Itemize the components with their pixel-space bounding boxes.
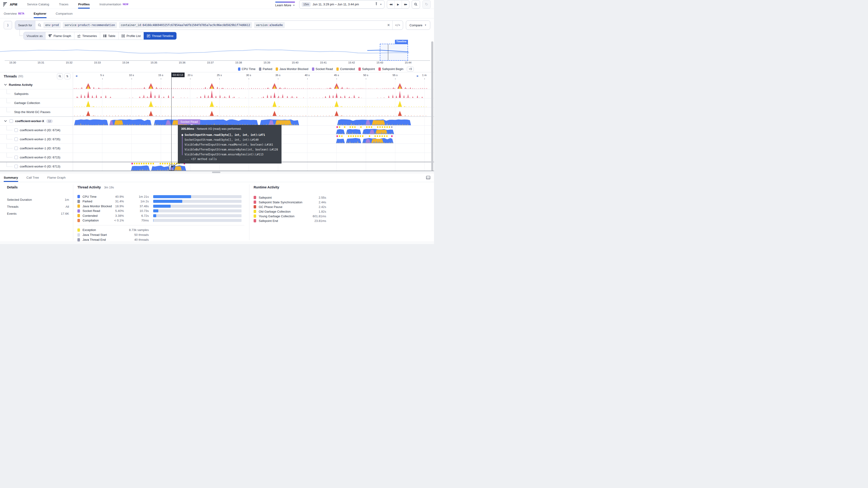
thread-row-label[interactable]: coefficient-worker-0 (ID: 6715)	[0, 153, 73, 162]
legend-item[interactable]: Socket Read	[312, 67, 333, 71]
filter-pill-env[interactable]: env:prod	[43, 22, 61, 28]
search-box[interactable]: Search for env:prodservice:product-recom…	[15, 21, 403, 30]
nav-item-service-catalog[interactable]: Service Catalog	[27, 0, 49, 9]
viz-option-timeseries[interactable]: Timeseries	[74, 32, 100, 39]
event-count-row: Java Thread Start50 threads	[78, 232, 246, 237]
filter-colon: :	[141, 24, 143, 27]
vertical-scrollbar-thumb[interactable]	[431, 41, 433, 171]
thread-row-chart[interactable]	[73, 98, 434, 107]
nav-item-label: Instrumentation	[99, 3, 121, 6]
tab-summary[interactable]: Summary	[4, 173, 18, 182]
zoom-out-button[interactable]	[412, 0, 420, 9]
collapse-panel-icon[interactable]	[426, 173, 430, 182]
minimap-tick-label: 15:32	[66, 61, 72, 64]
minimap-tick-label: 15:36	[179, 61, 186, 64]
scroll-right-icon[interactable]: »	[416, 74, 418, 78]
tab-overview[interactable]: OverviewBETA	[4, 9, 24, 18]
pin-icon[interactable]	[375, 2, 378, 6]
tab-label: Flame Graph	[48, 176, 66, 179]
chevron-down-icon[interactable]: ▼	[380, 3, 382, 6]
thread-row-label[interactable]: coefficient-worker-1 (ID: 6716)	[0, 144, 73, 152]
legend-overflow-badge[interactable]: +9	[407, 67, 414, 71]
thread-checkbox[interactable]	[14, 155, 18, 159]
tab-comparison[interactable]: Comparison	[56, 9, 73, 18]
thread-row-label[interactable]: coefficient-worker-0 (ID: 6713)	[0, 162, 73, 171]
legend-item[interactable]: Parked	[259, 67, 272, 71]
thread-row-label[interactable]: coefficient-worker-1 (ID: 6735)	[0, 135, 73, 144]
scroll-left-icon[interactable]: «	[76, 74, 77, 78]
runtime-label: Safepoint	[257, 196, 305, 199]
time-range-picker[interactable]: 15m Jun 11, 3:29 pm – Jun 11, 3:44 pm ▼	[299, 0, 384, 9]
thread-row-label[interactable]: Runtime Activity	[0, 80, 73, 89]
play-button[interactable]: ▶	[394, 0, 402, 8]
thread-row-chart[interactable]	[73, 89, 434, 98]
thread-label: coefficient-worker-1 (ID: 6735)	[20, 138, 60, 141]
learn-more-dropdown[interactable]: Learn More ▼	[275, 2, 295, 7]
thread-row-label[interactable]: coefficient-worker-X12	[0, 117, 73, 125]
minimap-timeline[interactable]: 15:3015:3115:3215:3315:3415:3515:3615:37…	[0, 42, 434, 66]
thread-sort-button[interactable]: ⇅	[64, 73, 70, 79]
thread-activity-title: Thread Activity	[78, 185, 101, 189]
nav-items: APMService CatalogTracesProfilesInstrume…	[3, 0, 128, 9]
thread-row-label[interactable]: coefficient-worker-0 (ID: 6734)	[0, 125, 73, 135]
legend-color-chip	[336, 67, 339, 71]
step-back-button[interactable]: ◀◀	[387, 0, 394, 8]
legend-item[interactable]: Safepoint Begin	[378, 67, 404, 71]
expand-panel-button[interactable]: ⟫	[4, 21, 12, 29]
thread-checkbox[interactable]	[14, 138, 18, 141]
thread-checkbox[interactable]	[14, 165, 18, 168]
nav-item-instrumentation[interactable]: InstrumentationNEW	[99, 0, 128, 9]
legend-item[interactable]: Java Monitor Blocked	[276, 67, 308, 71]
stack-rail	[182, 134, 183, 155]
legend-item[interactable]: CPU Time	[238, 67, 255, 71]
legend-item[interactable]: Contended	[336, 67, 355, 71]
viz-option-table[interactable]: Table	[100, 32, 118, 39]
nav-item-traces[interactable]: Traces	[59, 0, 69, 9]
details-row: ThreadsAll	[7, 203, 69, 210]
viz-option-thread-timeline[interactable]: Thread Timeline	[144, 32, 177, 39]
nav-item-profiles[interactable]: Profiles	[78, 0, 90, 9]
filter-pill-container_id[interactable]: container_id:64166c486940325fc67854aa7e6…	[119, 22, 252, 28]
thread-row-chart[interactable]	[73, 108, 434, 116]
thread-checkbox[interactable]	[14, 147, 18, 150]
query-syntax-icon[interactable]: </>	[393, 24, 403, 27]
thread-row-chart[interactable]	[73, 117, 434, 125]
tab-call-tree[interactable]: Call Tree	[27, 173, 39, 182]
timeline-selection-label: Timeline	[395, 40, 408, 44]
event-color-chip	[78, 238, 80, 241]
filter-pill-service[interactable]: service:product-recommendation	[63, 22, 117, 28]
thread-row-label[interactable]: Safepoints	[0, 89, 73, 98]
thread-row-label[interactable]: Stop the World GC Pauses	[0, 108, 73, 116]
tooltip-description: Network I/O (read) was performed.	[197, 127, 241, 131]
minimap-tick-label: 15:31	[38, 61, 44, 64]
thread-row-chart[interactable]	[73, 80, 434, 89]
tab-explorer[interactable]: Explorer	[34, 9, 46, 18]
runtime-label: Old Garbage Collection	[257, 210, 305, 213]
clear-search-icon[interactable]: ✕	[385, 23, 393, 27]
thread-search-button[interactable]	[57, 73, 63, 79]
viz-option-profile-list[interactable]: Profile List	[118, 32, 144, 39]
filter-pill-version[interactable]: version:a3ee6a9e	[254, 22, 285, 28]
viz-option-flame-graph[interactable]: Flame Graph	[45, 32, 74, 39]
thread-row-label[interactable]: Garbage Collection	[0, 98, 73, 107]
runtime-color-chip	[254, 205, 256, 208]
compare-button[interactable]: Compare ▼	[406, 21, 430, 30]
refresh-button[interactable]: ↻	[423, 0, 431, 9]
minimap-tick-label: 15:42	[348, 61, 355, 64]
legend-item[interactable]: Safepoint	[359, 67, 375, 71]
tab-flame-graph[interactable]: Flame Graph	[48, 173, 66, 182]
step-forward-button[interactable]: ▶▶	[402, 0, 409, 8]
axis-tick-label: 50 s	[363, 74, 368, 77]
vertical-scrollbar[interactable]	[431, 41, 434, 172]
axis-tick-label: 10 s	[129, 74, 134, 77]
thread-checkbox[interactable]	[9, 119, 13, 123]
nav-item-apm[interactable]: APM	[3, 0, 17, 9]
viz-option-label: Thread Timeline	[152, 34, 174, 38]
timeline-selection-box[interactable]: Timeline	[380, 44, 408, 61]
thread-checkbox[interactable]	[14, 128, 18, 132]
horizontal-scrollbar-thumb[interactable]	[212, 172, 220, 173]
activity-duration: 70ms	[124, 219, 149, 222]
activity-duration: 37.48s	[124, 204, 149, 208]
time-preset-badge: 15m	[302, 2, 311, 7]
thread-timeline-icon	[147, 34, 150, 37]
